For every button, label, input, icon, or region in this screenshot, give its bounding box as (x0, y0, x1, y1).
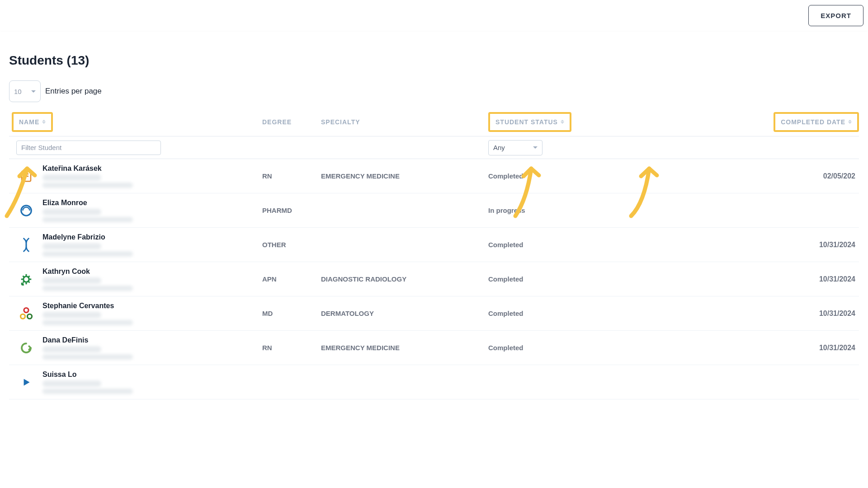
table-row[interactable]: Dana DeFinis RN EMERGENCY MEDICINE Compl… (9, 331, 859, 365)
redacted-line (42, 354, 133, 360)
col-status-wrapper: STUDENT STATUS (488, 112, 628, 132)
table-row[interactable]: Kateřina Karásek RN EMERGENCY MEDICINE C… (9, 159, 859, 193)
col-degree-label: DEGREE (262, 118, 292, 126)
col-specialty[interactable]: SPECIALTY (321, 118, 488, 126)
students-table: NAME DEGREE SPECIALTY STUDENT STATUS (9, 108, 859, 399)
student-name: Stephanie Cervantes (42, 302, 133, 310)
col-status[interactable]: STUDENT STATUS (495, 118, 564, 126)
name-cell: Kateřina Karásek (9, 164, 262, 188)
redacted-line (42, 243, 101, 249)
col-specialty-label: SPECIALTY (321, 118, 360, 126)
chevron-down-icon (31, 90, 36, 93)
col-name-label: NAME (19, 118, 39, 126)
title-prefix: Students (9, 53, 63, 67)
col-completed-wrapper: COMPLETED DATE (628, 112, 859, 132)
avatar-icon (18, 168, 34, 184)
redacted-line (42, 251, 133, 257)
name-cell: Eliza Monroe (9, 199, 262, 222)
name-cell: Madelyne Fabrizio (9, 233, 262, 257)
name-cell: Dana DeFinis (9, 336, 262, 360)
chevron-down-icon (533, 146, 538, 149)
col-completed-highlight: COMPLETED DATE (774, 112, 859, 132)
sort-icon (42, 120, 46, 124)
page-size-value: 10 (14, 88, 22, 95)
title-count: 13 (71, 53, 85, 67)
degree-cell: APN (262, 275, 321, 283)
col-degree[interactable]: DEGREE (262, 118, 321, 126)
col-name-highlight: NAME (12, 112, 53, 132)
status-filter-select[interactable]: Any (488, 140, 542, 155)
status-cell: Completed (488, 344, 628, 352)
student-name: Madelyne Fabrizio (42, 233, 133, 241)
col-status-highlight: STUDENT STATUS (488, 112, 571, 132)
redacted-line (42, 312, 101, 318)
degree-cell: MD (262, 310, 321, 317)
redacted-line (42, 183, 133, 188)
specialty-cell: EMERGENCY MEDICINE (321, 344, 488, 352)
page-size-select[interactable]: 10 (9, 80, 41, 102)
table-row[interactable]: Eliza Monroe PHARMD In progress (9, 193, 859, 228)
svg-point-5 (24, 308, 28, 312)
col-name-wrapper: NAME (9, 112, 262, 132)
table-header-row: NAME DEGREE SPECIALTY STUDENT STATUS (9, 108, 859, 136)
avatar-icon (18, 271, 34, 287)
svg-point-4 (24, 276, 29, 282)
status-cell: Completed (488, 275, 628, 283)
avatar-icon (18, 340, 34, 356)
table-row[interactable]: Madelyne Fabrizio OTHER Completed 10/31/… (9, 228, 859, 262)
redacted-line (42, 380, 101, 387)
avatar-icon (18, 202, 34, 219)
completed-date-cell: 10/31/2024 (628, 275, 859, 283)
col-status-label: STUDENT STATUS (495, 118, 558, 126)
name-cell: Suissa Lo (9, 371, 262, 394)
specialty-cell: EMERGENCY MEDICINE (321, 172, 488, 180)
sort-icon (848, 120, 852, 124)
specialty-cell: DIAGNOSTIC RADIOLOGY (321, 275, 488, 283)
redacted-line (42, 277, 101, 284)
col-name[interactable]: NAME (19, 118, 46, 126)
table-row[interactable]: Stephanie Cervantes MD DERMATOLOGY Compl… (9, 296, 859, 331)
degree-cell: OTHER (262, 241, 321, 249)
table-filter-row: Any (9, 136, 859, 159)
specialty-cell: DERMATOLOGY (321, 310, 488, 317)
degree-cell: RN (262, 344, 321, 352)
student-name: Eliza Monroe (42, 199, 133, 207)
table-body: Kateřina Karásek RN EMERGENCY MEDICINE C… (9, 159, 859, 399)
redacted-line (42, 389, 133, 394)
redacted-line (42, 346, 101, 352)
student-name: Dana DeFinis (42, 336, 133, 344)
avatar-icon (18, 305, 34, 322)
redacted-line (42, 286, 133, 291)
student-name: Kathryn Cook (42, 267, 133, 276)
export-button[interactable]: EXPORT (808, 5, 863, 26)
degree-cell: RN (262, 172, 321, 180)
table-row[interactable]: Suissa Lo (9, 365, 859, 399)
col-completed[interactable]: COMPLETED DATE (781, 118, 852, 126)
completed-date-cell: 10/31/2024 (628, 344, 859, 352)
student-name: Suissa Lo (42, 371, 133, 379)
table-row[interactable]: Kathryn Cook APN DIAGNOSTIC RADIOLOGY Co… (9, 262, 859, 296)
svg-point-7 (28, 314, 32, 319)
col-completed-label: COMPLETED DATE (781, 118, 845, 126)
status-cell: Completed (488, 241, 628, 249)
degree-cell: PHARMD (262, 206, 321, 214)
name-cell: Stephanie Cervantes (9, 302, 262, 325)
avatar-icon (18, 374, 34, 390)
name-cell: Kathryn Cook (9, 267, 262, 291)
page-title: Students (13) (9, 53, 859, 68)
status-filter-value: Any (493, 144, 505, 151)
completed-date-cell: 10/31/2024 (628, 241, 859, 249)
status-cell: Completed (488, 172, 628, 180)
sort-icon (561, 120, 564, 124)
redacted-line (42, 320, 133, 325)
redacted-line (42, 209, 101, 215)
student-name: Kateřina Karásek (42, 164, 133, 173)
filter-student-input[interactable] (16, 141, 161, 155)
entries-per-page-label: Entries per page (45, 87, 102, 96)
avatar-icon (18, 237, 34, 253)
completed-date-cell: 02/05/202 (628, 172, 859, 180)
svg-point-6 (21, 314, 25, 319)
completed-date-cell: 10/31/2024 (628, 310, 859, 318)
redacted-line (42, 174, 101, 181)
status-cell: In progress (488, 206, 628, 214)
